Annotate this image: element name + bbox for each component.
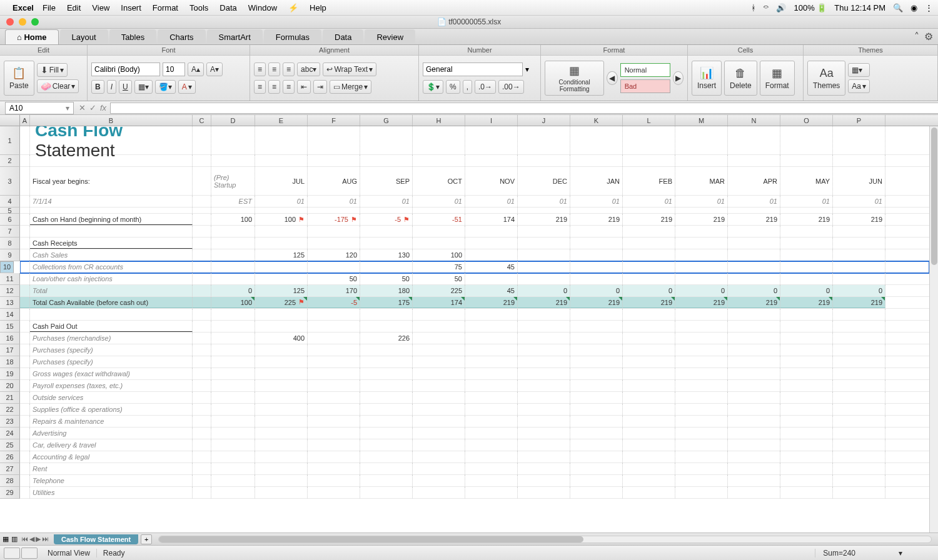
underline-button[interactable]: U: [119, 80, 132, 94]
rowhdr-29[interactable]: 29: [0, 487, 20, 499]
tab-formulas[interactable]: Formulas: [264, 29, 321, 44]
add-sheet-button[interactable]: +: [141, 534, 152, 544]
view-button-1[interactable]: [4, 548, 20, 559]
colhdr-B[interactable]: B: [30, 115, 193, 126]
colhdr-J[interactable]: J: [518, 115, 570, 126]
colhdr-K[interactable]: K: [570, 115, 623, 126]
settings-gear-icon[interactable]: ⚙: [924, 31, 933, 42]
rowhdr-9[interactable]: 9: [0, 249, 20, 261]
increase-font-button[interactable]: A▴: [188, 62, 204, 76]
collapse-ribbon-icon[interactable]: ˄: [914, 31, 919, 42]
percent-button[interactable]: %: [446, 80, 460, 94]
tab-review[interactable]: Review: [365, 29, 415, 44]
menu-file[interactable]: File: [43, 3, 56, 12]
rowhdr-10[interactable]: 10: [0, 261, 14, 273]
colhdr-O[interactable]: O: [780, 115, 833, 126]
close-button[interactable]: [6, 18, 14, 26]
colhdr-P[interactable]: P: [833, 115, 885, 126]
tab-layout[interactable]: Layout: [60, 29, 108, 44]
rowhdr-18[interactable]: 18: [0, 356, 20, 368]
bold-button[interactable]: B: [91, 80, 104, 94]
formula-input[interactable]: [110, 102, 938, 114]
menu-overflow-icon[interactable]: ⋮: [925, 3, 933, 12]
fill-color-button[interactable]: 🪣▾: [155, 80, 176, 94]
fill-button[interactable]: ⬇Fill ▾: [37, 63, 68, 77]
conditional-formatting-button[interactable]: ▦Conditional Formatting: [545, 61, 604, 96]
rowhdr-15[interactable]: 15: [0, 321, 20, 332]
rowhdr-5[interactable]: 5: [0, 208, 20, 214]
cell-style-normal[interactable]: Normal: [620, 63, 670, 77]
menu-insert[interactable]: Insert: [121, 3, 141, 12]
currency-button[interactable]: 💲▾: [423, 80, 443, 94]
rowhdr-24[interactable]: 24: [0, 428, 20, 439]
rowhdr-19[interactable]: 19: [0, 368, 20, 380]
paste-button[interactable]: 📋Paste: [4, 61, 34, 96]
rowhdr-28[interactable]: 28: [0, 475, 20, 487]
merge-button[interactable]: ▭ Merge ▾: [330, 80, 371, 94]
app-name[interactable]: Excel: [13, 3, 34, 12]
sheet-nav-last[interactable]: ⏭: [42, 535, 49, 543]
rowhdr-2[interactable]: 2: [0, 155, 20, 167]
tab-data[interactable]: Data: [323, 29, 363, 44]
menu-help[interactable]: Help: [310, 3, 326, 12]
rowhdr-20[interactable]: 20: [0, 380, 20, 392]
indent-button[interactable]: ⇥: [313, 80, 327, 94]
zoom-button[interactable]: [31, 18, 39, 26]
menu-window[interactable]: Window: [248, 3, 277, 12]
cell-style-bad[interactable]: Bad: [620, 79, 670, 93]
rowhdr-23[interactable]: 23: [0, 416, 20, 428]
colhdr-M[interactable]: M: [675, 115, 728, 126]
rowhdr-21[interactable]: 21: [0, 392, 20, 404]
decrease-font-button[interactable]: A▾: [206, 62, 223, 76]
colhdr-L[interactable]: L: [623, 115, 675, 126]
rowhdr-4[interactable]: 4: [0, 196, 20, 208]
theme-colors-button[interactable]: ▦▾: [848, 63, 870, 77]
spotlight-icon[interactable]: 🔍: [893, 3, 903, 12]
increase-decimal-button[interactable]: .0→: [475, 80, 496, 94]
menu-format[interactable]: Format: [153, 3, 178, 12]
sheet-tab-active[interactable]: Cash Flow Statement: [54, 534, 138, 544]
format-cells-button[interactable]: ▦Format: [760, 61, 795, 96]
rowhdr-14[interactable]: 14: [0, 309, 20, 321]
decrease-decimal-button[interactable]: .00→: [498, 80, 524, 94]
accept-formula-icon[interactable]: ✓: [89, 103, 96, 112]
rowhdr-17[interactable]: 17: [0, 344, 20, 356]
colhdr-D[interactable]: D: [211, 115, 255, 126]
sheet-nav-next[interactable]: ▶: [36, 535, 41, 543]
colhdr-I[interactable]: I: [465, 115, 518, 126]
wrap-text-button[interactable]: ↩ Wrap Text ▾: [323, 62, 376, 76]
style-prev-button[interactable]: ◀: [607, 71, 617, 85]
name-box[interactable]: A10▾: [5, 102, 74, 114]
italic-button[interactable]: I: [107, 80, 116, 94]
border-button[interactable]: ▦▾: [134, 80, 153, 94]
theme-fonts-button[interactable]: Aa▾: [848, 79, 870, 93]
view-button-2[interactable]: [21, 548, 38, 559]
menu-tools[interactable]: Tools: [189, 3, 208, 12]
number-format-select[interactable]: General: [423, 62, 523, 76]
wifi-icon[interactable]: ⌔: [764, 3, 769, 12]
orientation-button[interactable]: abc▾: [297, 62, 320, 76]
colhdr-G[interactable]: G: [360, 115, 413, 126]
align-center-button[interactable]: ≡: [268, 80, 280, 94]
align-right-button[interactable]: ≡: [283, 80, 295, 94]
menu-edit[interactable]: Edit: [67, 3, 81, 12]
menu-data[interactable]: Data: [219, 3, 236, 12]
minimize-button[interactable]: [19, 18, 26, 26]
script-icon[interactable]: ⚡: [288, 3, 298, 12]
horizontal-scrollbar[interactable]: [158, 536, 932, 543]
bluetooth-icon[interactable]: ᚼ: [751, 3, 756, 12]
tab-tables[interactable]: Tables: [109, 29, 157, 44]
colhdr-A[interactable]: A: [20, 115, 30, 126]
style-next-button[interactable]: ▶: [673, 71, 683, 85]
sheet-nav-first[interactable]: ⏮: [21, 535, 28, 543]
font-color-button[interactable]: A▾: [178, 80, 196, 94]
insert-cells-button[interactable]: 📊Insert: [692, 61, 722, 96]
cell-grid[interactable]: Cash Flow StatementFiscal year begins:(P…: [20, 126, 929, 532]
siri-icon[interactable]: ◉: [910, 3, 917, 12]
tab-home[interactable]: Home: [5, 29, 59, 44]
align-left-button[interactable]: ≡: [254, 80, 266, 94]
rowhdr-11[interactable]: 11: [0, 273, 20, 285]
align-top-button[interactable]: ≡: [254, 62, 266, 76]
colhdr-H[interactable]: H: [413, 115, 465, 126]
rowhdr-25[interactable]: 25: [0, 439, 20, 451]
